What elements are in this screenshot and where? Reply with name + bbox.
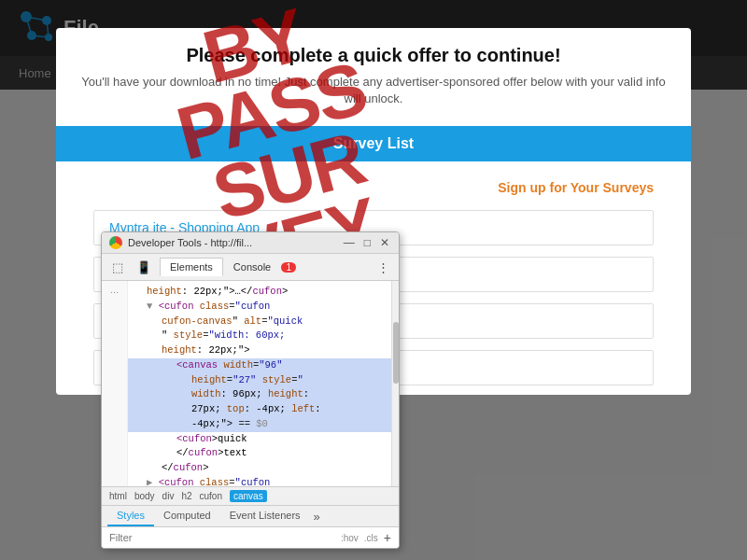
code-line-2: ▼ <cufon class="cufon xyxy=(128,300,391,315)
code-line-6[interactable]: <canvas width="96" xyxy=(128,358,391,373)
devtools-title: Developer Tools - http://fil... xyxy=(128,237,336,248)
filter-add-button[interactable]: + xyxy=(384,530,391,545)
devtools-main: … height: 22px;">…</cufon> ▼ <cufon clas… xyxy=(102,281,399,486)
tab-event-listeners[interactable]: Event Listeners xyxy=(220,506,310,526)
scroll-track xyxy=(392,281,399,486)
survey-bar: Survey List xyxy=(56,126,691,161)
minimize-button[interactable]: — xyxy=(342,236,357,249)
code-line-5: height: 22px;"> xyxy=(128,343,391,358)
more-options-icon[interactable]: ⋮ xyxy=(373,257,393,277)
tab-elements[interactable]: Elements xyxy=(160,258,223,276)
code-line-12: </cufon>text xyxy=(128,446,391,461)
breadcrumb-h2[interactable]: h2 xyxy=(181,491,191,501)
code-line-13: </cufon> xyxy=(128,461,391,476)
device-icon[interactable]: 📱 xyxy=(134,257,154,277)
filter-hint-cls[interactable]: .cls xyxy=(364,533,378,543)
filter-input[interactable] xyxy=(109,532,335,543)
devtools-titlebar: Developer Tools - http://fil... — □ ✕ xyxy=(102,232,399,254)
code-line-11: <cufon>quick xyxy=(128,432,391,447)
devtools-panel[interactable]: Developer Tools - http://fil... — □ ✕ ⬚ … xyxy=(101,231,400,549)
inspect-icon[interactable]: ⬚ xyxy=(107,257,128,277)
chrome-icon xyxy=(109,236,122,249)
code-line-3: cufon-canvas" alt="quick xyxy=(128,315,391,329)
modal-header: Please complete a quick offer to continu… xyxy=(56,28,691,117)
tab-console[interactable]: Console xyxy=(223,258,281,276)
devtools-code-area[interactable]: height: 22px;">…</cufon> ▼ <cufon class=… xyxy=(128,281,391,486)
breadcrumb-canvas[interactable]: canvas xyxy=(230,490,267,502)
code-line-7[interactable]: height="27" style=" xyxy=(128,373,391,388)
code-line-8[interactable]: width: 96px; height: xyxy=(128,387,391,402)
modal-title: Please complete a quick offer to continu… xyxy=(78,45,669,66)
console-badge: 1 xyxy=(281,262,296,273)
gutter-dots: … xyxy=(110,285,120,295)
breadcrumb-body[interactable]: body xyxy=(134,491,155,501)
restore-button[interactable]: □ xyxy=(362,236,373,249)
devtools-filter: :hov .cls + xyxy=(102,526,399,548)
breadcrumb-div[interactable]: div xyxy=(162,491,175,501)
scroll-thumb[interactable] xyxy=(393,322,399,384)
breadcrumb-html[interactable]: html xyxy=(109,491,127,501)
devtools-scrollbar[interactable] xyxy=(391,281,399,486)
devtools-left-gutter: … xyxy=(102,281,128,486)
sign-up-label: Sign up for Your Surveys xyxy=(93,180,654,195)
code-line-9[interactable]: 27px; top: -4px; left: xyxy=(128,402,391,417)
close-button[interactable]: ✕ xyxy=(378,236,391,249)
devtools-tabs: Elements Console 1 xyxy=(160,258,367,276)
tab-styles[interactable]: Styles xyxy=(107,506,154,526)
devtools-toolbar: ⬚ 📱 Elements Console 1 ⋮ xyxy=(102,254,399,281)
devtools-style-tabs: Styles Computed Event Listeners » xyxy=(102,505,399,526)
modal-subtitle: You'll have your download in no time! Ju… xyxy=(78,74,669,107)
devtools-breadcrumb: html body div h2 cufon canvas xyxy=(102,486,399,505)
code-line-14: ▶ <cufon class="cufon xyxy=(128,476,391,486)
code-line-4: " style="width: 60px; xyxy=(128,329,391,343)
code-line-1: height: 22px;">…</cufon> xyxy=(128,285,391,300)
filter-hint-hov[interactable]: :hov xyxy=(341,533,359,543)
code-line-10[interactable]: -4px;"> == $0 xyxy=(128,417,391,432)
breadcrumb-cufon[interactable]: cufon xyxy=(200,491,222,501)
tab-computed[interactable]: Computed xyxy=(154,506,220,526)
more-tabs-icon[interactable]: » xyxy=(314,510,320,524)
devtools-controls: — □ ✕ xyxy=(342,236,391,249)
